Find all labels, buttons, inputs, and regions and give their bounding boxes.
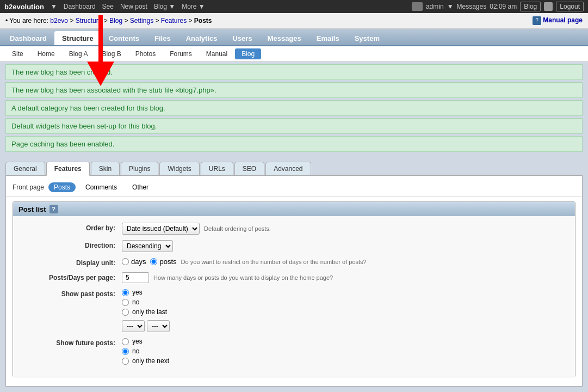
sub-tab-posts[interactable]: Posts (48, 182, 76, 192)
past-posts-yes-label: yes (132, 289, 143, 296)
sub-nav-photos[interactable]: Photos (129, 48, 162, 59)
sub-tab-row: Front page Posts Comments Other (6, 180, 582, 197)
top-bar-right: admin ▼ Messages 02:09 am Blog Logout (412, 2, 584, 11)
posts-per-page-input[interactable] (122, 272, 149, 283)
sub-nav-manual[interactable]: Manual (200, 48, 234, 59)
nav-dashboard[interactable]: Dashboard (64, 3, 96, 10)
main-nav-analytics[interactable]: Analytics (178, 31, 225, 45)
past-posts-dropdown2[interactable]: --- (147, 320, 170, 332)
tab-row: General Features Skin Plugins Widgets UR… (5, 162, 583, 176)
breadcrumb-b2evo[interactable]: b2evo (50, 17, 68, 24)
sub-nav-site[interactable]: Site (5, 48, 30, 59)
top-bar: b2evolution ▼ Dashboard See New post Blo… (0, 0, 588, 13)
messages-link[interactable]: Messages (457, 3, 487, 10)
past-posts-dropdown1[interactable]: --- (122, 320, 145, 332)
nav-blog[interactable]: Blog ▼ (154, 3, 175, 10)
future-posts-no-radio[interactable] (122, 348, 129, 355)
display-unit-days-radio[interactable] (122, 258, 129, 265)
sub-nav: Site Home Blog A Blog B Photos Forums Ma… (0, 46, 588, 62)
display-unit-label: Display unit: (24, 258, 122, 267)
tab-advanced[interactable]: Advanced (265, 162, 311, 176)
form-row-direction: Direction: Descending Ascending (24, 240, 564, 252)
past-posts-only-last-label: only the last (132, 308, 167, 316)
form-row-display-unit: Display unit: days posts Do you want to … (24, 258, 564, 267)
show-future-posts-group: yes no only the next (122, 338, 169, 365)
tab-general[interactable]: General (5, 162, 45, 176)
show-past-posts-label: Show past posts: (24, 289, 122, 298)
feature-tabs: General Features Skin Plugins Widgets UR… (0, 156, 588, 176)
breadcrumb-prefix: • You are here: (5, 17, 48, 24)
blog-icon (544, 2, 553, 11)
manual-page-text[interactable]: Manual page (543, 16, 583, 24)
message-5: Page caching has been enabled. (5, 136, 583, 152)
show-past-posts-control: yes no only the last (122, 289, 170, 332)
breadcrumb-features[interactable]: Features (161, 17, 187, 24)
breadcrumb-structure[interactable]: Structure (76, 17, 102, 24)
past-posts-only-last-radio[interactable] (122, 309, 129, 316)
main-nav-system[interactable]: System (347, 31, 387, 45)
future-posts-yes-radio[interactable] (122, 338, 129, 345)
past-posts-yes-radio[interactable] (122, 289, 129, 296)
section-header: Post list ? (13, 202, 575, 216)
form-row-show-past-posts: Show past posts: yes no (24, 289, 564, 332)
sub-tab-comments[interactable]: Comments (80, 182, 122, 192)
sub-nav-home[interactable]: Home (31, 48, 61, 59)
posts-per-page-control: How many days or posts do you want to di… (122, 272, 333, 283)
sub-nav-forums[interactable]: Forums (163, 48, 199, 59)
time-display: 02:09 am (490, 3, 517, 10)
posts-per-page-hint: How many days or posts do you want to di… (153, 274, 333, 281)
sub-nav-blog[interactable]: Blog (235, 48, 261, 59)
posts-per-page-label: Posts/Days per page: (24, 272, 122, 281)
tab-skin[interactable]: Skin (91, 162, 120, 176)
order-by-select[interactable]: Date issued (Default) Title Author Categ… (122, 223, 200, 235)
nav-more[interactable]: More ▼ (182, 3, 205, 10)
section-help-icon[interactable]: ? (49, 205, 58, 213)
main-nav-users[interactable]: Users (225, 31, 259, 45)
display-unit-posts-radio[interactable] (150, 258, 157, 265)
breadcrumb-settings[interactable]: Settings (130, 17, 153, 24)
breadcrumb-current: Posts (194, 17, 212, 24)
tab-plugins[interactable]: Plugins (121, 162, 158, 176)
admin-label[interactable]: admin (426, 3, 444, 10)
nav-see[interactable]: See (102, 3, 114, 10)
tab-widgets[interactable]: Widgets (159, 162, 199, 176)
main-nav-files[interactable]: Files (147, 31, 178, 45)
display-unit-control: days posts Do you want to restrict on th… (122, 258, 367, 266)
manual-page-link[interactable]: ? Manual page (533, 16, 583, 25)
form-row-show-future-posts: Show future posts: yes no (24, 338, 564, 365)
direction-label: Direction: (24, 240, 122, 249)
past-posts-no-radio[interactable] (122, 299, 129, 306)
logout-button[interactable]: Logout (556, 2, 584, 11)
brand-logo[interactable]: b2evolution (4, 3, 44, 11)
manual-icon: ? (533, 16, 541, 25)
future-posts-only-next-radio[interactable] (122, 358, 129, 365)
tab-urls[interactable]: URLs (201, 162, 233, 176)
brand-dropdown[interactable]: ▼ (51, 3, 57, 10)
main-nav-dashboard[interactable]: Dashboard (2, 31, 54, 45)
form-row-order-by: Order by: Date issued (Default) Title Au… (24, 223, 564, 235)
main-nav-structure[interactable]: Structure (54, 31, 101, 45)
section-body: Order by: Date issued (Default) Title Au… (13, 216, 575, 377)
top-bar-left: b2evolution ▼ Dashboard See New post Blo… (4, 3, 205, 11)
direction-select[interactable]: Descending Ascending (122, 240, 173, 252)
breadcrumb-blog[interactable]: Blog (109, 17, 122, 24)
sub-nav-blog-b[interactable]: Blog B (95, 48, 127, 59)
form-row-posts-per-page: Posts/Days per page: How many days or po… (24, 272, 564, 283)
main-nav-contents[interactable]: Contents (101, 31, 147, 45)
future-posts-no-label: no (132, 347, 139, 355)
sub-tab-other[interactable]: Other (127, 182, 154, 192)
order-by-label: Order by: (24, 223, 122, 232)
admin-icon (412, 2, 423, 11)
direction-control: Descending Ascending (122, 240, 173, 252)
admin-dropdown[interactable]: ▼ (447, 3, 454, 10)
nav-new-post[interactable]: New post (120, 3, 147, 10)
post-list-section: Post list ? Order by: Date issued (Defau… (13, 201, 575, 377)
message-3: A default category has been created for … (5, 100, 583, 116)
main-nav-messages[interactable]: Messages (260, 31, 309, 45)
tab-features[interactable]: Features (46, 162, 90, 176)
tab-seo[interactable]: SEO (234, 162, 264, 176)
show-future-posts-control: yes no only the next (122, 338, 169, 365)
blog-button[interactable]: Blog (520, 2, 541, 11)
sub-nav-blog-a[interactable]: Blog A (63, 48, 95, 59)
main-nav-emails[interactable]: Emails (309, 31, 347, 45)
